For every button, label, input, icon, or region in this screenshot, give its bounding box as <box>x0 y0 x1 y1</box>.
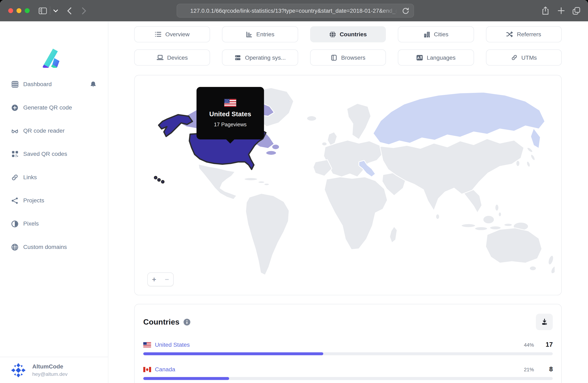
toolbar-divider <box>50 6 50 15</box>
grid-icon <box>11 81 19 88</box>
minimize-window-button[interactable] <box>16 8 21 13</box>
sidebar-item-label: Custom domains <box>23 243 67 250</box>
user-name: AltumCode <box>32 363 67 371</box>
sidebar-item-saved-qr[interactable]: Saved QR codes <box>11 149 97 159</box>
sidebar-item-dashboard[interactable]: Dashboard <box>11 80 97 89</box>
tab-label: Cities <box>434 31 448 38</box>
world-map-card: United States 17 Pageviews + − <box>134 75 562 295</box>
sidebar-toggle-icon[interactable] <box>38 0 48 21</box>
url-text: 127.0.0.1/66qrcode/link-statistics/13?ty… <box>190 8 400 14</box>
sidebar-item-custom-domains[interactable]: Custom domains <box>11 242 97 252</box>
translate-icon: A <box>416 54 423 61</box>
tab-languages[interactable]: A Languages <box>398 49 474 66</box>
sidebar: Dashboard Generate QR code QR code read <box>0 21 108 383</box>
sidebar-item-pixels[interactable]: Pixels <box>11 219 97 228</box>
zoom-window-button[interactable] <box>25 8 30 13</box>
globe-icon <box>329 31 336 38</box>
us-flag-icon <box>224 99 236 107</box>
avatar <box>11 363 25 377</box>
tab-label: Devices <box>167 54 188 61</box>
sidebar-item-generate-qr[interactable]: Generate QR code <box>11 103 97 112</box>
tab-overview[interactable]: Overview <box>134 26 210 42</box>
canada-flag-icon <box>143 367 151 372</box>
close-window-button[interactable] <box>8 8 13 13</box>
globe-icon <box>11 243 19 251</box>
country-row: Canada 21% 8 <box>143 365 553 380</box>
tab-label: Countries <box>340 31 367 38</box>
sidebar-item-qr-reader[interactable]: QR code reader <box>11 126 97 135</box>
reload-icon[interactable] <box>402 7 410 15</box>
country-link[interactable]: Canada <box>155 366 175 373</box>
url-fade <box>380 8 400 14</box>
zoom-out-button[interactable]: − <box>160 273 173 286</box>
tab-referrers[interactable]: Referrers <box>486 26 562 42</box>
country-value: 17 <box>545 341 553 349</box>
map-tooltip: United States 17 Pageviews <box>197 87 264 140</box>
country-link[interactable]: United States <box>155 341 190 348</box>
user-panel[interactable]: AltumCode hey@altum.dev <box>0 357 108 383</box>
bell-icon[interactable] <box>90 81 97 88</box>
zoom-in-button[interactable]: + <box>148 273 160 286</box>
map-zoom-controls: + − <box>147 272 174 286</box>
sidebar-item-label: QR code reader <box>23 127 65 134</box>
tab-cities[interactable]: Cities <box>398 26 474 42</box>
tab-countries[interactable]: Countries <box>310 26 386 42</box>
link-icon <box>511 54 518 61</box>
country-bar-track <box>143 352 553 355</box>
new-tab-icon[interactable] <box>556 0 566 21</box>
tab-browsers[interactable]: Browsers <box>310 49 386 66</box>
info-icon[interactable] <box>183 318 190 326</box>
sidebar-item-label: Projects <box>23 197 44 204</box>
forward-button[interactable] <box>80 0 88 21</box>
tab-label: Browsers <box>341 54 365 61</box>
tooltip-country: United States <box>209 110 251 118</box>
country-row: United States 44% 17 <box>143 341 553 355</box>
country-value: 8 <box>545 366 553 373</box>
shuffle-icon <box>506 31 513 38</box>
browser-window-icon <box>331 54 337 61</box>
stat-type-tabs: Overview Entries Countries <box>134 26 562 66</box>
tab-label: Entries <box>256 31 274 38</box>
download-button[interactable] <box>536 314 553 330</box>
tab-label: Overview <box>165 31 189 38</box>
tab-devices[interactable]: Devices <box>134 49 210 66</box>
main-content: Overview Entries Countries <box>108 21 588 383</box>
tab-label: Languages <box>427 54 456 61</box>
countries-title: Countries <box>143 317 180 326</box>
tab-label: Referrers <box>517 31 541 38</box>
country-percent: 21% <box>524 367 534 372</box>
tab-label: UTMs <box>521 54 537 61</box>
browser-window: 127.0.0.1/66qrcode/link-statistics/13?ty… <box>0 0 588 383</box>
sidebar-item-projects[interactable]: Projects <box>11 196 97 205</box>
map-country-russia <box>373 92 545 145</box>
app-logo <box>41 48 61 68</box>
us-flag-icon <box>143 342 151 347</box>
sidebar-item-label: Saved QR codes <box>23 151 67 158</box>
download-icon <box>541 318 548 326</box>
share-icon[interactable] <box>540 0 550 21</box>
countries-panel: Countries United <box>134 304 562 383</box>
link-icon <box>11 174 19 181</box>
chevron-down-icon[interactable] <box>53 0 59 21</box>
share-nodes-icon <box>11 197 19 204</box>
buildings-icon <box>423 31 430 38</box>
url-bar[interactable]: 127.0.0.1/66qrcode/link-statistics/13?ty… <box>177 4 414 18</box>
tab-utms[interactable]: UTMs <box>486 49 562 66</box>
glasses-icon <box>11 127 19 135</box>
back-button[interactable] <box>65 0 73 21</box>
sidebar-nav: Dashboard Generate QR code QR code read <box>0 80 108 251</box>
country-percent: 44% <box>524 342 534 347</box>
plus-circle-icon <box>11 104 19 111</box>
qr-code-icon <box>11 150 19 158</box>
bar-chart-icon <box>246 31 252 38</box>
half-circle-icon <box>11 220 19 227</box>
window-controls <box>8 8 30 13</box>
sidebar-item-label: Generate QR code <box>23 104 72 111</box>
sidebar-item-links[interactable]: Links <box>11 173 97 182</box>
country-bar-fill <box>143 352 323 355</box>
tab-overview-icon[interactable] <box>571 0 582 21</box>
tab-operating-systems[interactable]: Operating sys... <box>222 49 298 66</box>
tooltip-pageviews: 17 Pageviews <box>214 121 247 127</box>
tab-entries[interactable]: Entries <box>222 26 298 42</box>
tab-label: Operating sys... <box>245 54 286 61</box>
